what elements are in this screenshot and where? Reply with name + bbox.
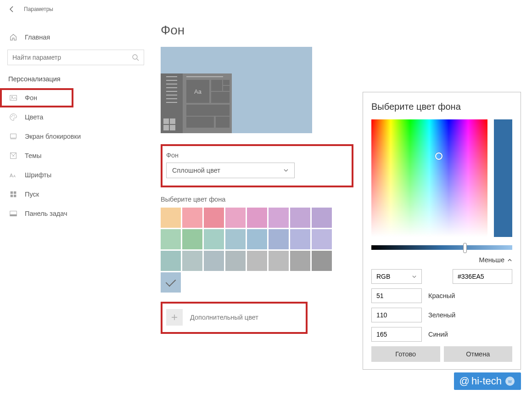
green-input[interactable] xyxy=(371,308,422,322)
color-swatch[interactable] xyxy=(182,251,202,271)
picker-title: Выберите цвет фона xyxy=(371,101,512,112)
custom-color-label: Дополнительный цвет xyxy=(190,314,258,321)
nav-label: Темы xyxy=(25,152,42,159)
nav-item-themes[interactable]: Темы xyxy=(0,146,151,165)
nav-label: Фон xyxy=(25,94,37,101)
color-swatch[interactable] xyxy=(204,208,224,228)
color-swatch[interactable] xyxy=(290,251,310,271)
less-toggle[interactable]: Меньше xyxy=(371,256,512,264)
color-swatch-selected[interactable] xyxy=(161,272,181,293)
page-title: Фон xyxy=(161,23,353,38)
color-swatch[interactable] xyxy=(161,229,181,249)
svg-text:A: A xyxy=(10,173,13,178)
color-mode-select[interactable]: RGB xyxy=(371,269,422,284)
color-swatch[interactable] xyxy=(225,208,246,228)
color-grid xyxy=(161,208,353,271)
nav-label: Панель задач xyxy=(25,210,67,217)
blue-input[interactable] xyxy=(371,327,422,342)
image-icon xyxy=(9,94,17,102)
green-label: Зеленый xyxy=(428,311,455,319)
svg-rect-7 xyxy=(11,134,17,138)
color-swatch[interactable] xyxy=(312,229,332,249)
svg-rect-14 xyxy=(11,195,13,197)
watermark-text: hi-tech xyxy=(471,375,502,387)
back-icon[interactable] xyxy=(8,6,16,13)
color-spectrum[interactable] xyxy=(371,119,487,237)
color-swatch[interactable] xyxy=(247,251,267,271)
background-type-section: Фон Сплошной цвет xyxy=(161,144,353,187)
watermark: @hi-tech w xyxy=(454,372,521,390)
section-label: Персонализация xyxy=(0,73,151,88)
lock-screen-icon xyxy=(9,132,17,141)
nav-label: Шрифты xyxy=(25,171,51,179)
hex-input[interactable] xyxy=(453,269,512,284)
background-type-dropdown[interactable]: Сплошной цвет xyxy=(166,163,295,178)
plus-icon xyxy=(171,314,178,321)
nav-label: Цвета xyxy=(25,113,43,121)
color-swatch[interactable] xyxy=(247,229,267,249)
svg-rect-13 xyxy=(14,192,16,194)
nav-label: Пуск xyxy=(25,191,39,198)
color-swatch[interactable] xyxy=(204,251,224,271)
nav-item-lockscreen[interactable]: Экран блокировки xyxy=(0,127,151,146)
nav-items: Фон Цвета Экран блокировки Темы AA Шрифт… xyxy=(0,88,151,223)
color-swatch[interactable] xyxy=(269,251,289,271)
done-button[interactable]: Готово xyxy=(371,346,440,362)
titlebar: Параметры xyxy=(0,0,151,18)
search-icon xyxy=(132,54,139,61)
svg-point-3 xyxy=(11,96,13,98)
color-swatch[interactable] xyxy=(247,208,267,228)
nav-home-label: Главная xyxy=(25,34,50,41)
spectrum-thumb[interactable] xyxy=(435,152,442,160)
chevron-up-icon xyxy=(507,258,512,263)
search-box[interactable] xyxy=(7,50,144,65)
red-input[interactable] xyxy=(371,288,422,303)
slider-thumb[interactable] xyxy=(463,243,467,253)
svg-text:A: A xyxy=(13,174,16,178)
value-slider[interactable] xyxy=(371,245,512,250)
nav-item-start[interactable]: Пуск xyxy=(0,185,151,204)
color-swatch[interactable] xyxy=(312,251,332,271)
nav-item-taskbar[interactable]: Панель задач xyxy=(0,204,151,223)
color-swatch[interactable] xyxy=(225,251,246,271)
svg-point-4 xyxy=(11,116,12,117)
nav-item-fonts[interactable]: AA Шрифты xyxy=(0,165,151,185)
color-swatch[interactable] xyxy=(290,208,310,228)
preview-start-panel: Aa xyxy=(161,73,232,133)
selected-swatch-row xyxy=(161,272,353,293)
color-picker-dialog: Выберите цвет фона Меньше RGB Красный Зе… xyxy=(363,92,521,370)
nav-item-background[interactable]: Фон xyxy=(0,88,73,107)
color-swatch[interactable] xyxy=(225,229,246,249)
color-swatch[interactable] xyxy=(290,229,310,249)
custom-color-section: Дополнительный цвет xyxy=(161,302,308,334)
start-icon xyxy=(9,190,17,198)
color-swatch[interactable] xyxy=(269,229,289,249)
color-swatch[interactable] xyxy=(161,208,181,228)
chevron-down-icon xyxy=(412,274,417,279)
nav-label: Экран блокировки xyxy=(25,133,81,140)
color-swatch[interactable] xyxy=(269,208,289,228)
taskbar-icon xyxy=(9,209,17,218)
add-custom-color-button[interactable] xyxy=(166,309,183,326)
svg-point-6 xyxy=(14,115,15,116)
nav-home[interactable]: Главная xyxy=(0,28,151,46)
color-grid-label: Выберите цвет фона xyxy=(161,196,353,203)
dropdown-value: Сплошной цвет xyxy=(172,167,220,174)
color-swatch[interactable] xyxy=(161,251,181,271)
color-swatch[interactable] xyxy=(182,229,202,249)
search-input[interactable] xyxy=(12,54,132,61)
color-swatch[interactable] xyxy=(204,229,224,249)
main-content: Фон Aa Фон Сплошной цвет Выберите цвет ф… xyxy=(161,23,353,334)
color-preview xyxy=(494,119,512,237)
settings-sidebar: Параметры Главная Персонализация Фон Цве… xyxy=(0,0,151,400)
svg-rect-15 xyxy=(14,195,16,197)
nav-item-colors[interactable]: Цвета xyxy=(0,107,151,127)
cancel-button[interactable]: Отмена xyxy=(444,346,513,362)
themes-icon xyxy=(9,152,17,160)
color-swatch[interactable] xyxy=(312,208,332,228)
svg-rect-17 xyxy=(10,214,17,216)
background-label: Фон xyxy=(166,152,343,159)
home-icon xyxy=(9,33,17,41)
color-swatch[interactable] xyxy=(182,208,202,228)
window-title: Параметры xyxy=(24,6,53,12)
